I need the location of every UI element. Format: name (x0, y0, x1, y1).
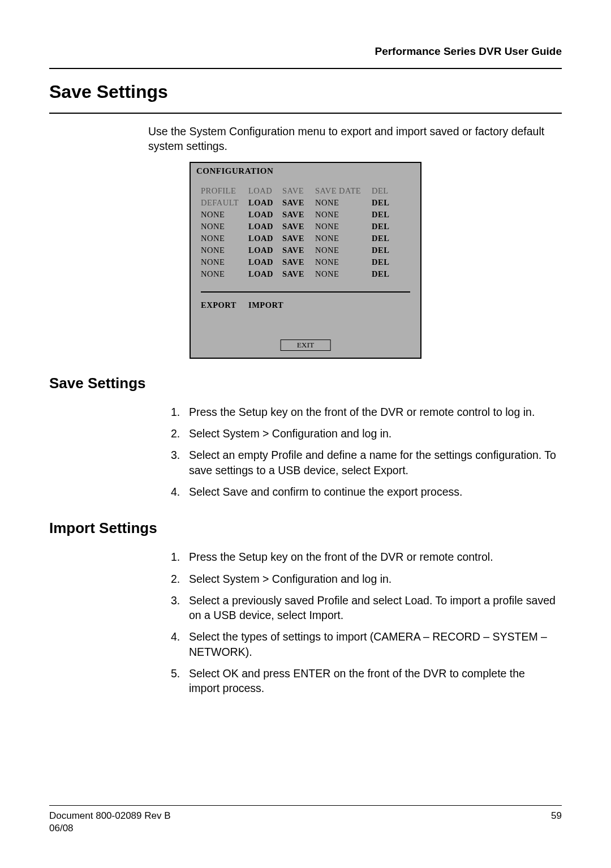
step-item: 2.Select System > Configuration and log … (171, 426, 562, 441)
config-cell-c3[interactable]: SAVE (282, 268, 315, 280)
config-cell-c4: NONE (315, 256, 372, 268)
step-number: 1. (171, 405, 189, 419)
config-row: NONELOADSAVENONEDEL (201, 256, 410, 268)
config-cell-c2[interactable]: LOAD (248, 244, 282, 256)
config-row: NONELOADSAVENONEDEL (201, 244, 410, 256)
step-number: 2. (171, 571, 189, 586)
config-cell-c2[interactable]: LOAD (248, 233, 282, 244)
save-settings-heading: Save Settings (49, 375, 562, 392)
step-text: Select Save and confirm to continue the … (189, 484, 562, 499)
config-cell-c5[interactable]: DEL (372, 268, 398, 280)
config-cell-c2[interactable]: LOAD (248, 209, 282, 221)
config-cell-c3[interactable]: SAVE (282, 233, 315, 244)
config-cell-c1: DEFAULT (201, 197, 248, 209)
step-text: Select an empty Profile and define a nam… (189, 448, 562, 478)
step-number: 3. (171, 448, 189, 478)
export-import-row: EXPORT IMPORT (191, 293, 420, 310)
config-cell-c5[interactable]: DEL (372, 209, 398, 221)
col-del: DEL (372, 185, 398, 197)
step-number: 4. (171, 484, 189, 499)
step-text: Select a previously saved Profile and se… (189, 593, 562, 623)
config-cell-c2[interactable]: LOAD (248, 221, 282, 233)
step-text: Select OK and press ENTER on the front o… (189, 666, 562, 696)
config-row: NONELOADSAVENONEDEL (201, 233, 410, 244)
config-panel-title: CONFIGURATION (191, 163, 420, 177)
config-cell-c1: NONE (201, 209, 248, 221)
step-number: 1. (171, 549, 189, 564)
step-item: 2.Select System > Configuration and log … (171, 571, 562, 586)
config-row: NONELOADSAVENONEDEL (201, 209, 410, 221)
step-number: 3. (171, 593, 189, 623)
config-header-row: PROFILE LOAD SAVE SAVE DATE DEL (201, 185, 410, 197)
config-cell-c1: NONE (201, 256, 248, 268)
col-save: SAVE (282, 185, 315, 197)
step-text: Select System > Configuration and log in… (189, 571, 562, 586)
config-cell-c5[interactable]: DEL (372, 244, 398, 256)
step-number: 5. (171, 666, 189, 696)
config-cell-c5[interactable]: DEL (372, 233, 398, 244)
config-row: DEFAULTLOADSAVENONEDEL (201, 197, 410, 209)
col-profile: PROFILE (201, 185, 248, 197)
import-settings-heading: Import Settings (49, 519, 562, 537)
step-text: Press the Setup key on the front of the … (189, 549, 562, 564)
footer-date: 06/08 (49, 823, 562, 834)
config-cell-c5[interactable]: DEL (372, 197, 398, 209)
step-number: 4. (171, 629, 189, 659)
config-cell-c3[interactable]: SAVE (282, 244, 315, 256)
config-cell-c3[interactable]: SAVE (282, 197, 315, 209)
config-cell-c5[interactable]: DEL (372, 221, 398, 233)
footer-document-id: Document 800-02089 Rev B (49, 810, 171, 822)
step-item: 4.Select the types of settings to import… (171, 629, 562, 659)
exit-button[interactable]: EXIT (281, 340, 331, 351)
config-cell-c3[interactable]: SAVE (282, 256, 315, 268)
config-cell-c2[interactable]: LOAD (248, 268, 282, 280)
config-cell-c1: NONE (201, 244, 248, 256)
step-item: 1.Press the Setup key on the front of th… (171, 405, 562, 419)
footer-page-number: 59 (551, 810, 562, 822)
col-load: LOAD (248, 185, 282, 197)
col-savedate: SAVE DATE (315, 185, 372, 197)
save-steps-list: 1.Press the Setup key on the front of th… (171, 405, 562, 500)
step-item: 3.Select an empty Profile and define a n… (171, 448, 562, 478)
step-number: 2. (171, 426, 189, 441)
config-cell-c2[interactable]: LOAD (248, 197, 282, 209)
step-text: Select the types of settings to import (… (189, 629, 562, 659)
page-footer: Document 800-02089 Rev B 59 06/08 (49, 805, 562, 834)
config-cell-c4: NONE (315, 221, 372, 233)
header-guide-title: Performance Series DVR User Guide (49, 45, 562, 58)
page-title: Save Settings (49, 81, 562, 102)
config-cell-c4: NONE (315, 233, 372, 244)
intro-paragraph: Use the System Configuration menu to exp… (148, 124, 562, 154)
config-cell-c4: NONE (315, 197, 372, 209)
step-item: 5.Select OK and press ENTER on the front… (171, 666, 562, 696)
step-item: 4.Select Save and confirm to continue th… (171, 484, 562, 499)
config-cell-c1: NONE (201, 233, 248, 244)
step-text: Press the Setup key on the front of the … (189, 405, 562, 419)
config-cell-c4: NONE (315, 244, 372, 256)
step-item: 1.Press the Setup key on the front of th… (171, 549, 562, 564)
config-cell-c4: NONE (315, 268, 372, 280)
config-cell-c4: NONE (315, 209, 372, 221)
step-text: Select System > Configuration and log in… (189, 426, 562, 441)
config-cell-c1: NONE (201, 268, 248, 280)
import-steps-list: 1.Press the Setup key on the front of th… (171, 549, 562, 696)
config-row: NONELOADSAVENONEDEL (201, 268, 410, 280)
config-cell-c3[interactable]: SAVE (282, 221, 315, 233)
config-cell-c2[interactable]: LOAD (248, 256, 282, 268)
config-cell-c1: NONE (201, 221, 248, 233)
intro-text: Use the System Configuration menu to exp… (148, 124, 562, 154)
config-row: NONELOADSAVENONEDEL (201, 221, 410, 233)
configuration-screenshot: CONFIGURATION PROFILE LOAD SAVE SAVE DAT… (190, 162, 421, 359)
import-button[interactable]: IMPORT (248, 300, 283, 310)
config-cell-c3[interactable]: SAVE (282, 209, 315, 221)
divider-top (49, 68, 562, 69)
divider-title (49, 113, 562, 114)
config-cell-c5[interactable]: DEL (372, 256, 398, 268)
footer-divider (49, 805, 562, 806)
export-button[interactable]: EXPORT (201, 300, 248, 310)
config-table: PROFILE LOAD SAVE SAVE DATE DEL DEFAULTL… (191, 177, 420, 280)
step-item: 3.Select a previously saved Profile and … (171, 593, 562, 623)
